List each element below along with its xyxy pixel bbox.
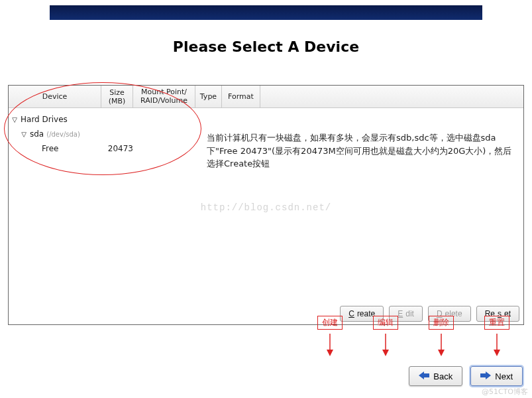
svg-marker-1 xyxy=(327,350,333,356)
chevron-down-icon[interactable]: ▽ xyxy=(9,116,21,123)
annotation-text: 当前计算机只有一块磁盘，如果有多块，会显示有sdb,sdc等，选中磁盘sda下"… xyxy=(207,131,519,170)
nav-buttons: Back Next xyxy=(409,366,523,386)
top-banner xyxy=(50,5,482,20)
svg-marker-9 xyxy=(480,371,491,379)
annotation-create: 创建 xyxy=(309,316,350,356)
disk-name: sda xyxy=(30,129,44,139)
col-format[interactable]: Format xyxy=(222,86,260,107)
annotation-edit: 编辑 xyxy=(365,316,406,356)
arrow-down-icon xyxy=(326,334,334,356)
free-label: Free xyxy=(42,144,58,153)
svg-marker-8 xyxy=(419,371,429,379)
table-header: Device Size (MB) Mount Point/ RAID/Volum… xyxy=(9,86,523,108)
device-panel: Device Size (MB) Mount Point/ RAID/Volum… xyxy=(8,85,524,325)
arrow-down-icon xyxy=(493,334,501,356)
arrow-down-icon xyxy=(382,334,390,356)
svg-marker-3 xyxy=(382,350,389,356)
arrow-down-icon xyxy=(437,334,445,356)
col-mount[interactable]: Mount Point/ RAID/Volume xyxy=(133,86,195,107)
arrow-left-icon xyxy=(419,371,429,381)
back-button[interactable]: Back xyxy=(409,366,462,386)
annotation-delete: 删除 xyxy=(421,316,462,356)
annotation-labels-row: 创建 编辑 删除 重置 xyxy=(0,316,532,356)
svg-marker-5 xyxy=(438,350,445,356)
chevron-down-icon[interactable]: ▽ xyxy=(18,131,30,138)
col-device[interactable]: Device xyxy=(9,86,101,107)
next-button[interactable]: Next xyxy=(470,366,523,386)
free-size: 20473 xyxy=(101,144,133,153)
disk-path: (/dev/sda) xyxy=(46,131,80,138)
tree-label: Hard Drives xyxy=(21,115,68,124)
col-size[interactable]: Size (MB) xyxy=(101,86,133,107)
svg-marker-7 xyxy=(494,350,500,356)
corner-watermark: @51CTO博客 xyxy=(482,387,528,397)
arrow-right-icon xyxy=(480,371,491,381)
annotation-reset: 重置 xyxy=(476,316,517,356)
page-title: Please Select A Device xyxy=(0,38,532,55)
col-type[interactable]: Type xyxy=(195,86,222,107)
tree-row-hard-drives[interactable]: ▽ Hard Drives xyxy=(9,112,523,127)
